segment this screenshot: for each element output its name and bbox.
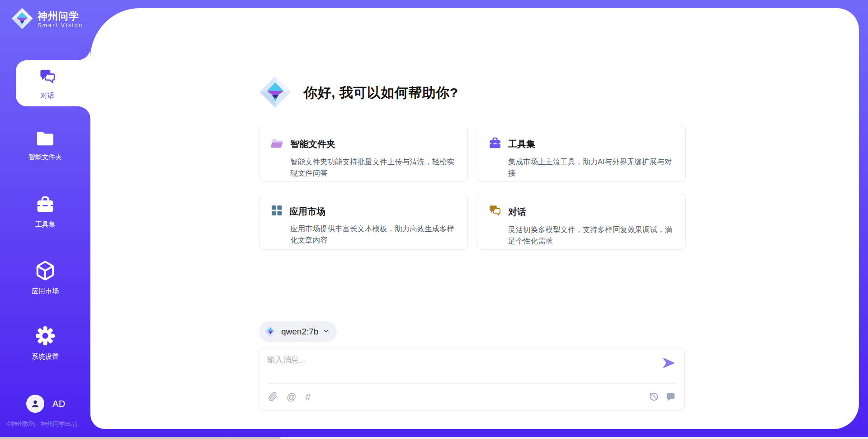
model-selector[interactable]: qwen2:7b xyxy=(259,321,337,342)
feature-cards: 智能文件夹 智能文件夹功能支持批量文件上传与清洗，轻松实现文件问答 xyxy=(259,126,686,250)
brand-subtitle: Smart Vision xyxy=(38,22,83,29)
sidebar-item-label: 应用市场 xyxy=(32,287,59,296)
user-name: AD xyxy=(52,399,66,409)
cube-icon xyxy=(35,260,56,283)
tab-fillet-top xyxy=(78,48,90,60)
folder-icon xyxy=(35,129,56,149)
attach-file-button[interactable] xyxy=(268,392,278,401)
app-logo: 神州问学 Smart Vision xyxy=(11,7,83,32)
diamond-logo-icon xyxy=(264,325,277,339)
model-name: qwen2:7b xyxy=(281,327,318,337)
brand-diamond-icon xyxy=(259,75,292,110)
new-chat-button[interactable] xyxy=(666,392,675,401)
sidebar-item-toolset[interactable]: 工具集 xyxy=(0,195,90,229)
copyright-text: ©神州数码 · 神州问学出品 xyxy=(6,420,77,428)
send-arrow-icon xyxy=(662,357,675,369)
tab-fillet-bottom xyxy=(78,106,90,119)
composer-toolbar: @ # xyxy=(259,383,684,410)
person-icon xyxy=(30,398,41,409)
folder-open-icon xyxy=(270,136,284,152)
card-app-market[interactable]: 应用市场 应用市场提供丰富长文本模板，助力高效生成多样化文章内容 xyxy=(259,194,468,250)
card-description: 应用市场提供丰富长文本模板，助力高效生成多样化文章内容 xyxy=(290,223,458,246)
gear-icon xyxy=(34,325,56,348)
sidebar-item-settings[interactable]: 系统设置 xyxy=(0,325,90,361)
mention-button[interactable]: @ xyxy=(287,392,296,401)
message-input[interactable] xyxy=(267,354,638,380)
greeting-header: 你好, 我可以如何帮助你? xyxy=(259,75,458,110)
avatar xyxy=(26,395,44,413)
card-description: 灵活切换多模型文件，支持多样回复效果调试，满足个性化需求 xyxy=(508,224,676,247)
card-smart-folder[interactable]: 智能文件夹 智能文件夹功能支持批量文件上传与清洗，轻松实现文件问答 xyxy=(259,126,468,182)
horizontal-scrollbar[interactable] xyxy=(0,437,868,439)
card-title: 对话 xyxy=(508,206,526,218)
card-description: 智能文件夹功能支持批量文件上传与清洗，轻松实现文件问答 xyxy=(290,156,458,179)
hash-icon: # xyxy=(305,392,311,401)
toolbox-icon xyxy=(488,136,502,152)
app-window: 你好, 我可以如何帮助你? 智能文件夹 智能文件夹功能支持批量文件上传与清洗，轻… xyxy=(0,0,868,439)
user-menu[interactable]: AD xyxy=(26,395,66,413)
chat-square-icon xyxy=(666,392,675,401)
sidebar-item-smart-folder[interactable]: 智能文件夹 xyxy=(0,129,90,162)
toolbox-icon xyxy=(35,195,55,216)
send-button[interactable] xyxy=(662,356,675,370)
sidebar-item-label: 工具集 xyxy=(35,220,56,229)
main-panel: 你好, 我可以如何帮助你? 智能文件夹 智能文件夹功能支持批量文件上传与清洗，轻… xyxy=(90,8,859,429)
card-toolset[interactable]: 工具集 集成市场上主流工具，助力AI与外界无缝扩展与对接 xyxy=(477,126,686,182)
sidebar-item-chat[interactable]: 对话 xyxy=(16,60,93,106)
sidebar-item-label: 对话 xyxy=(41,91,54,100)
card-title: 工具集 xyxy=(508,138,535,150)
card-description: 集成市场上主流工具，助力AI与外界无缝扩展与对接 xyxy=(508,156,676,179)
at-icon: @ xyxy=(287,392,296,401)
diamond-logo-icon xyxy=(11,7,33,32)
chat-bubbles-icon xyxy=(38,67,57,89)
sidebar-item-app-market[interactable]: 应用市场 xyxy=(0,260,90,296)
sidebar-item-label: 系统设置 xyxy=(32,353,59,361)
paperclip-icon xyxy=(268,392,278,401)
brand-title: 神州问学 xyxy=(38,10,83,22)
card-chat[interactable]: 对话 灵活切换多模型文件，支持多样回复效果调试，满足个性化需求 xyxy=(477,194,686,250)
grid-icon xyxy=(270,204,283,219)
topic-button[interactable]: # xyxy=(305,392,311,401)
card-title: 应用市场 xyxy=(289,205,326,218)
card-title: 智能文件夹 xyxy=(290,138,335,150)
scrollbar-thumb[interactable] xyxy=(0,437,280,439)
greeting-title: 你好, 我可以如何帮助你? xyxy=(304,84,458,102)
history-icon xyxy=(649,392,659,401)
sidebar-item-label: 智能文件夹 xyxy=(28,153,62,162)
message-composer: @ # xyxy=(259,348,685,410)
chevron-down-icon xyxy=(323,328,330,336)
history-button[interactable] xyxy=(649,392,659,401)
chat-bubbles-icon xyxy=(488,204,502,220)
